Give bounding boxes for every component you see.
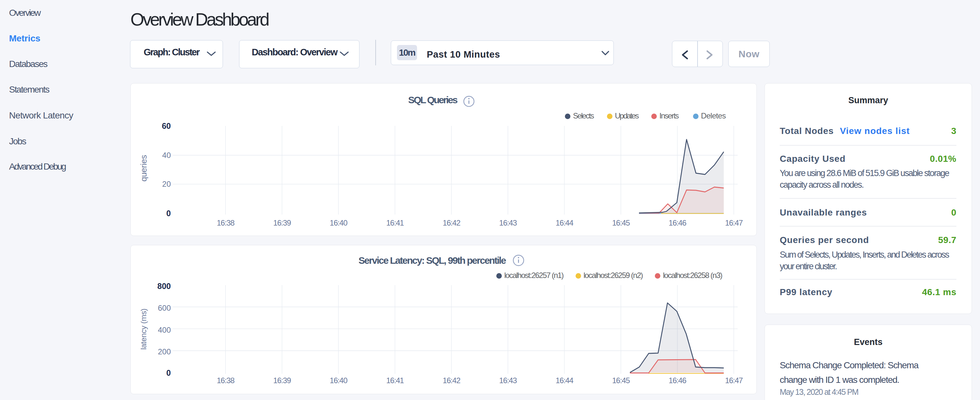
svg-text:16:42: 16:42 xyxy=(442,376,460,385)
svg-text:400: 400 xyxy=(158,325,171,334)
svg-text:16:41: 16:41 xyxy=(386,218,404,227)
svg-text:16:41: 16:41 xyxy=(386,376,404,385)
svg-text:16:40: 16:40 xyxy=(330,376,347,385)
svg-text:16:45: 16:45 xyxy=(612,376,630,385)
svg-text:16:38: 16:38 xyxy=(217,376,235,385)
svg-text:16:47: 16:47 xyxy=(725,218,743,227)
svg-text:16:46: 16:46 xyxy=(669,218,687,227)
svg-text:0: 0 xyxy=(166,209,171,218)
svg-text:16:47: 16:47 xyxy=(725,376,743,385)
svg-text:20: 20 xyxy=(162,180,171,188)
svg-text:16:40: 16:40 xyxy=(330,218,347,227)
svg-text:16:45: 16:45 xyxy=(612,218,630,227)
svg-text:16:44: 16:44 xyxy=(555,218,573,227)
svg-text:16:44: 16:44 xyxy=(555,376,573,385)
svg-text:16:39: 16:39 xyxy=(274,218,291,227)
svg-text:queries: queries xyxy=(139,155,148,182)
svg-text:16:43: 16:43 xyxy=(499,218,517,227)
svg-text:16:46: 16:46 xyxy=(669,376,687,385)
svg-text:200: 200 xyxy=(158,347,171,356)
svg-text:60: 60 xyxy=(162,121,171,131)
svg-text:40: 40 xyxy=(162,151,171,159)
svg-text:800: 800 xyxy=(157,282,171,291)
svg-text:latency (ms): latency (ms) xyxy=(139,308,148,349)
svg-text:0: 0 xyxy=(166,368,171,377)
svg-text:16:43: 16:43 xyxy=(499,376,517,385)
svg-text:16:39: 16:39 xyxy=(274,376,291,385)
svg-text:600: 600 xyxy=(158,304,171,312)
svg-text:16:38: 16:38 xyxy=(217,218,235,227)
svg-text:16:42: 16:42 xyxy=(442,218,460,227)
